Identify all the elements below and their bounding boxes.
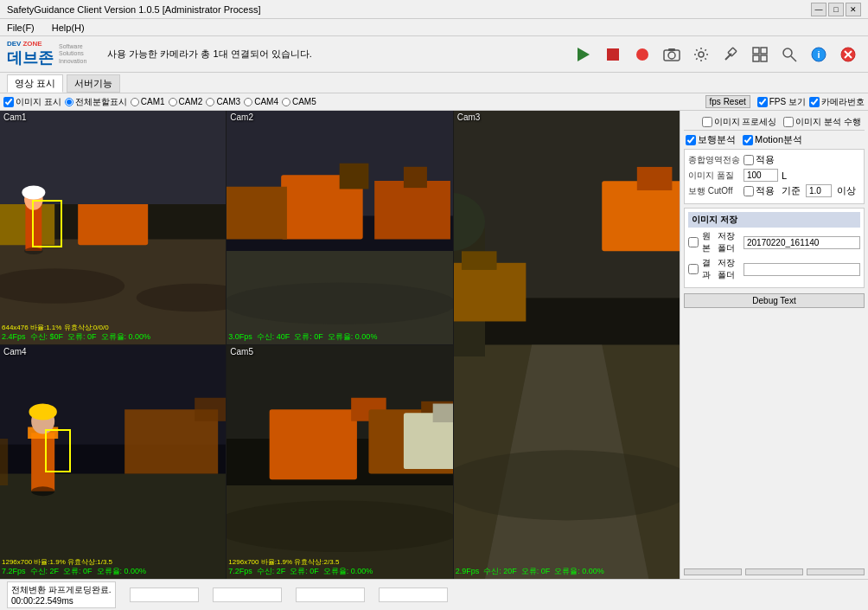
pedestrian-analysis-check[interactable]: 보행분석 <box>686 133 736 146</box>
all-display-radio-input[interactable] <box>65 98 73 106</box>
status-item-3 <box>213 588 282 602</box>
result-checkbox[interactable] <box>688 264 699 274</box>
titlebar-controls: — □ ✕ <box>811 3 861 16</box>
bottom-buttons <box>684 568 865 575</box>
cam1-radio[interactable]: CAM1 <box>131 97 165 106</box>
svg-line-10 <box>791 56 796 61</box>
cam5-detection-text: 1296x700 바율:1.9% 유효삭상:2/3.5 <box>228 557 339 567</box>
original-folder-input[interactable] <box>744 236 860 249</box>
fps-reset-button[interactable]: fps Reset <box>705 95 750 108</box>
camera-toolbar: 이미지 표시 전체분할표시 CAM1 CAM2 CAM3 CAM4 CAM5 f… <box>0 93 868 111</box>
analysis-row: 보행분석 Motion분석 <box>684 131 865 149</box>
original-checkbox[interactable] <box>688 237 699 247</box>
fps-show-checkbox[interactable] <box>757 97 768 107</box>
bottom-button-2[interactable] <box>745 568 803 575</box>
toolbar-icons: i <box>571 42 861 67</box>
cam1-radio-input[interactable] <box>131 98 139 106</box>
image-quality-input[interactable] <box>744 169 778 182</box>
tab-display[interactable]: 영상 표시 <box>7 74 63 93</box>
camera-icon <box>663 48 680 61</box>
image-analysis-checkbox[interactable] <box>783 117 794 127</box>
cam1-label: CAM1 <box>141 97 165 106</box>
cam2-label: Cam2 <box>230 112 253 122</box>
grid-button[interactable] <box>747 42 773 67</box>
logo-tagline: Software Solutions Innovation <box>59 43 86 65</box>
original-check[interactable] <box>688 237 699 247</box>
cam3-radio[interactable]: CAM3 <box>206 97 240 106</box>
motion-analysis-check[interactable]: Motion분석 <box>743 133 802 146</box>
main-container: DEV ZONE 데브존 Software Solutions Innovati… <box>0 36 868 610</box>
minimize-button[interactable]: — <box>811 3 827 16</box>
motion-analysis-checkbox[interactable] <box>743 135 753 145</box>
cam5-radio[interactable]: CAM5 <box>282 97 316 106</box>
bottom-button-3[interactable] <box>807 568 865 575</box>
image-display-checkbox[interactable] <box>3 97 14 107</box>
info-button[interactable]: i <box>806 42 832 67</box>
tools-button[interactable] <box>718 42 744 67</box>
cam-num-check[interactable]: 카메라번호 <box>809 96 865 108</box>
cam4-radio[interactable]: CAM4 <box>244 97 278 106</box>
image-display-label: 이미지 표시 <box>16 96 61 108</box>
pedestrian-analysis-label: 보행분석 <box>698 133 736 146</box>
settings-button[interactable] <box>688 42 714 67</box>
svg-rect-61 <box>270 409 357 479</box>
titlebar: SafetyGuidance Client Version 1.0.5 [Adm… <box>0 0 868 19</box>
cutoff-apply[interactable]: 적용 <box>744 184 775 197</box>
video-transmission-apply[interactable]: 적용 <box>744 153 775 166</box>
camera-cell-1: Cam1 644x476 바율:1.1% 유효삭상:0/0/0 2.4Fps 수… <box>0 111 226 344</box>
right-panel: 이미지 프로세싱 이미지 분석 수행 보행분석 Motion분석 <box>680 111 868 579</box>
cutoff-checkbox[interactable] <box>744 186 754 196</box>
image-quality-row: 이미지 품질 L <box>688 169 860 182</box>
cam5-radio-input[interactable] <box>282 98 290 106</box>
svg-rect-40 <box>602 181 680 251</box>
svg-rect-7 <box>753 55 759 61</box>
cam5-label: CAM5 <box>292 97 316 106</box>
record-button[interactable] <box>629 42 655 67</box>
result-check[interactable] <box>688 264 699 274</box>
svg-rect-44 <box>454 263 526 322</box>
cam2-radio[interactable]: CAM2 <box>169 97 203 106</box>
fps-show-check[interactable]: FPS 보기 <box>757 96 806 108</box>
cam4-detection-text: 1296x700 바율:1.9% 유효삭상:1/3.5 <box>2 557 112 567</box>
cam5-scene <box>227 345 452 579</box>
search-button[interactable] <box>776 42 802 67</box>
svg-rect-57 <box>0 439 8 485</box>
image-process-checkbox[interactable] <box>702 117 712 127</box>
menu-help[interactable]: Help(H) <box>48 21 88 35</box>
debug-text-button[interactable]: Debug Text <box>684 293 865 308</box>
result-folder-input[interactable] <box>744 263 860 276</box>
maximize-button[interactable]: □ <box>828 3 844 16</box>
cam4-radio-input[interactable] <box>244 98 252 106</box>
pedestrian-analysis-checkbox[interactable] <box>686 135 696 145</box>
cutoff-label: 보행 CutOff <box>688 185 740 197</box>
play-button[interactable] <box>571 42 597 67</box>
stop-button[interactable] <box>600 42 626 67</box>
image-analysis-check[interactable]: 이미지 분석 수행 <box>783 116 861 128</box>
image-quality-unit: L <box>782 170 787 181</box>
image-process-check[interactable]: 이미지 프로세싱 <box>702 116 777 128</box>
tab-server[interactable]: 서버기능 <box>67 74 120 93</box>
image-display-check[interactable]: 이미지 표시 <box>3 96 61 108</box>
video-transmission-checkbox[interactable] <box>744 155 754 165</box>
close-toolbar-button[interactable] <box>835 42 861 67</box>
svg-rect-8 <box>761 55 767 61</box>
toolbar: DEV ZONE 데브존 Software Solutions Innovati… <box>0 36 868 73</box>
camera-button[interactable] <box>659 42 685 67</box>
svg-rect-2 <box>668 48 675 51</box>
image-quality-label: 이미지 품질 <box>688 170 740 182</box>
top-check-row: 이미지 프로세싱 이미지 분석 수행 <box>684 114 865 131</box>
close-button[interactable]: ✕ <box>846 3 861 16</box>
cam3-status: 2.9Fps 수신: 20F 오류: 0F 오류율: 0.00% <box>456 566 678 577</box>
cam3-radio-input[interactable] <box>206 98 214 106</box>
logo-dev: DEV <box>7 40 21 48</box>
cam2-radio-input[interactable] <box>169 98 177 106</box>
cam5-image <box>227 345 452 579</box>
cam-num-checkbox[interactable] <box>809 97 820 107</box>
menu-file[interactable]: File(F) <box>3 21 38 35</box>
bottom-button-1[interactable] <box>684 568 742 575</box>
cam4-label: CAM4 <box>254 97 278 106</box>
svg-text:i: i <box>817 49 820 60</box>
all-display-radio[interactable]: 전체분할표시 <box>65 96 127 108</box>
logo-korean: 데브존 <box>7 48 54 68</box>
cutoff-value-input[interactable] <box>806 184 832 197</box>
